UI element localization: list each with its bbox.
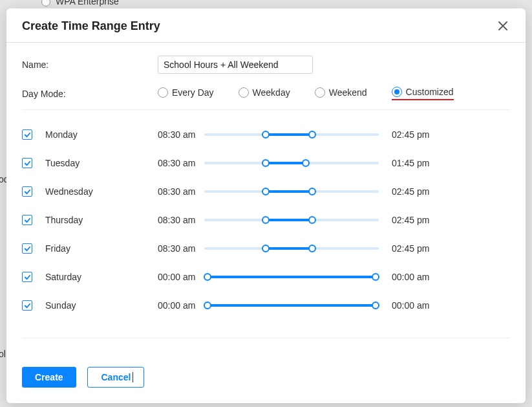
divider [22, 109, 510, 110]
check-icon [24, 217, 31, 224]
radio-weekday[interactable]: Weekday [239, 87, 290, 100]
cancel-button[interactable]: Cancel [87, 367, 144, 388]
day-checkbox[interactable] [22, 215, 32, 225]
day-check-cell [22, 129, 45, 140]
check-icon [24, 131, 31, 138]
slider-handle-start[interactable] [262, 216, 270, 224]
slider-handle-end[interactable] [372, 273, 379, 281]
bg-text-fragment-2: ol [0, 349, 6, 359]
radio-label: Customized [406, 87, 454, 97]
end-time: 02:45 pm [379, 129, 437, 140]
end-time: 02:45 pm [379, 186, 437, 197]
time-range-slider[interactable] [204, 242, 379, 255]
bg-radio-label: WPA Enterprise [56, 0, 119, 6]
day-row: Wednesday08:30 am02:45 pm [22, 177, 510, 206]
start-time: 08:30 am [158, 186, 204, 197]
day-rows-container: Monday08:30 am02:45 pmTuesday08:30 am01:… [22, 116, 510, 320]
day-check-cell [22, 158, 45, 168]
slider-handle-end[interactable] [308, 245, 316, 252]
slider-handle-end[interactable] [308, 188, 316, 195]
name-label: Name: [22, 60, 158, 70]
page-backdrop: WPA Enterprise od ol Create Time Range E… [0, 0, 532, 407]
radio-icon [392, 87, 402, 97]
start-time: 08:30 am [158, 129, 204, 140]
end-time: 00:00 am [379, 300, 437, 311]
day-label: Wednesday [45, 186, 158, 197]
day-checkbox[interactable] [22, 272, 32, 282]
name-row: Name: [22, 56, 510, 74]
start-time: 08:30 am [158, 158, 204, 168]
time-range-slider[interactable] [204, 185, 379, 198]
cancel-button-label: Cancel [101, 372, 131, 382]
time-range-slider[interactable] [204, 214, 379, 226]
slider-fill [207, 276, 375, 278]
text-cursor [133, 372, 133, 382]
slider-handle-start[interactable] [204, 273, 211, 281]
day-label: Tuesday [45, 158, 158, 168]
check-icon [24, 274, 31, 281]
time-range-slider[interactable] [204, 128, 379, 141]
day-label: Saturday [45, 272, 158, 282]
slider-handle-start[interactable] [262, 188, 270, 195]
start-time: 08:30 am [158, 243, 204, 254]
radio-label: Weekday [253, 87, 290, 98]
check-icon [24, 302, 31, 309]
slider-fill [207, 304, 375, 307]
slider-handle-start[interactable] [262, 131, 270, 138]
slider-handle-end[interactable] [308, 131, 316, 138]
radio-icon [158, 87, 168, 98]
create-time-range-modal: Create Time Range Entry Name: Day Mode: … [6, 8, 526, 403]
check-icon [24, 188, 31, 195]
slider-fill [266, 190, 313, 193]
start-time: 08:30 am [158, 215, 204, 225]
name-input[interactable] [158, 56, 313, 74]
time-range-slider[interactable] [204, 270, 379, 283]
start-time: 00:00 am [158, 272, 204, 282]
slider-fill [266, 219, 313, 221]
day-check-cell [22, 243, 45, 254]
slider-handle-end[interactable] [308, 216, 316, 224]
footer-divider [22, 338, 510, 338]
day-check-cell [22, 186, 45, 197]
slider-handle-start[interactable] [262, 159, 270, 167]
day-mode-row: Day Mode: Every Day Weekday Weekend [22, 87, 510, 100]
radio-customized[interactable]: Customized [392, 87, 454, 100]
radio-icon [315, 87, 325, 98]
modal-title: Create Time Range Entry [22, 19, 160, 33]
slider-handle-end[interactable] [302, 159, 310, 167]
modal-body: Name: Day Mode: Every Day Weekday [6, 43, 526, 338]
create-button[interactable]: Create [22, 367, 76, 388]
day-mode-radio-group: Every Day Weekday Weekend Customized [158, 87, 454, 100]
radio-label: Weekend [329, 87, 367, 98]
close-button[interactable] [496, 19, 510, 33]
day-label: Monday [45, 129, 158, 140]
slider-handle-start[interactable] [204, 302, 211, 309]
check-icon [24, 245, 31, 252]
day-row: Sunday00:00 am00:00 am [22, 291, 510, 320]
day-checkbox[interactable] [22, 158, 32, 168]
end-time: 02:45 pm [379, 243, 437, 254]
time-range-slider[interactable] [204, 299, 379, 312]
radio-weekend[interactable]: Weekend [315, 87, 367, 100]
day-checkbox[interactable] [22, 129, 32, 140]
day-check-cell [22, 215, 45, 225]
day-checkbox[interactable] [22, 300, 32, 311]
day-label: Friday [45, 243, 158, 254]
slider-handle-start[interactable] [262, 245, 270, 252]
slider-handle-end[interactable] [372, 302, 379, 309]
end-time: 02:45 pm [379, 215, 437, 225]
radio-every-day[interactable]: Every Day [158, 87, 214, 100]
day-row: Monday08:30 am02:45 pm [22, 120, 510, 149]
day-row: Friday08:30 am02:45 pm [22, 234, 510, 263]
bg-radio-option: WPA Enterprise [41, 0, 119, 6]
slider-fill [266, 162, 306, 164]
modal-footer: Create Cancel [6, 338, 526, 403]
day-checkbox[interactable] [22, 243, 32, 254]
slider-fill [266, 247, 313, 250]
time-range-slider[interactable] [204, 157, 379, 170]
day-row: Tuesday08:30 am01:45 pm [22, 149, 510, 177]
modal-header: Create Time Range Entry [6, 8, 526, 43]
start-time: 00:00 am [158, 300, 204, 311]
day-check-cell [22, 272, 45, 282]
day-checkbox[interactable] [22, 186, 32, 197]
